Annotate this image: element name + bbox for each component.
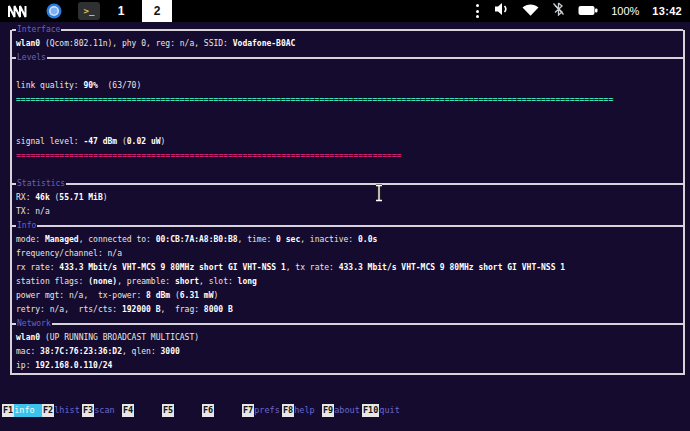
fkey-slot-f9[interactable]: F9about (322, 404, 362, 417)
retry-line: retry: n/a, rts/cts: 192000 B, frag: 800… (12, 303, 683, 317)
fkey-f4[interactable]: F4 (122, 404, 134, 417)
power-line: power mgt: n/a, tx-power: 8 dBm (6.31 mW… (12, 289, 683, 303)
fkey-f1[interactable]: F1 (2, 404, 14, 417)
fkey-label-info[interactable]: info (14, 404, 41, 417)
battery-icon (578, 2, 598, 20)
network-flags-line: wlan0 (UP RUNNING BROADCAST MULTICAST) (12, 331, 683, 345)
section-header-info: Info (12, 219, 683, 233)
fkey-label-prefs[interactable]: prefs (254, 404, 280, 417)
link-quality-bar: ========================================… (12, 93, 683, 107)
fkey-slot-f2[interactable]: F2lhist (42, 404, 82, 417)
bluetooth-off-icon (552, 2, 565, 20)
frequency-line: frequency/channel: n/a (12, 247, 683, 261)
fkey-label-scan[interactable]: scan (94, 404, 114, 417)
fkey-label-help[interactable]: help (294, 404, 314, 417)
ip-line: ip: 192.168.0.110/24 (12, 359, 683, 373)
wifi-icon (522, 2, 539, 20)
volume-icon (494, 2, 509, 20)
wavemon-info-panel: Interfacewlan0 (Qcom:802.11n), phy 0, re… (10, 30, 685, 375)
fkey-slot-f10[interactable]: F10quit (362, 404, 406, 417)
section-header-network: Network (12, 317, 683, 331)
fkey-f9[interactable]: F9 (322, 404, 334, 417)
overflow-menu-icon[interactable] (474, 4, 481, 18)
fkey-slot-f6[interactable]: F6 (202, 404, 242, 417)
text-cursor-pointer (374, 184, 384, 206)
fkey-label-lhist[interactable]: lhist (54, 404, 80, 417)
signal-level-bar: ========================================… (12, 149, 683, 163)
fkey-f10[interactable]: F10 (362, 404, 379, 417)
terminal-tab-2[interactable]: 2 (142, 0, 172, 22)
blank-line (12, 163, 683, 177)
link-quality-line: link quality: 90% (63/70) (12, 79, 683, 93)
battery-percent: 100% (611, 5, 639, 17)
section-header-levels: Levels (12, 51, 683, 65)
fkey-slot-f4[interactable]: F4 (122, 404, 162, 417)
rate-line: rx rate: 433.3 Mbit/s VHT-MCS 9 80MHz sh… (12, 261, 683, 275)
clock: 13:42 (652, 5, 682, 17)
terminal-rows: Interfacewlan0 (Qcom:802.11n), phy 0, re… (12, 23, 683, 373)
fkey-slot-f3[interactable]: F3scan (82, 404, 122, 417)
fkey-label-quit[interactable]: quit (379, 404, 399, 417)
fkey-label-about[interactable]: about (334, 404, 360, 417)
status-bar-left: >_ 1 2 (0, 0, 172, 22)
section-header-interface: Interface (12, 23, 683, 37)
signal-level-line: signal level: -47 dBm (0.02 uW) (12, 135, 683, 149)
station-flags-line: station flags: (none), preamble: short, … (12, 275, 683, 289)
blank-line (12, 121, 683, 135)
app-logo-icon (8, 4, 30, 18)
mac-line: mac: 38:7C:76:23:36:D2, qlen: 3000 (12, 345, 683, 359)
fkey-f7[interactable]: F7 (242, 404, 254, 417)
mode-line: mode: Managed, connected to: 00:CB:7A:A8… (12, 233, 683, 247)
fkey-f6[interactable]: F6 (202, 404, 214, 417)
fkey-slot-f1[interactable]: F1info (2, 404, 42, 417)
terminal-app-icon[interactable]: >_ (78, 2, 100, 20)
status-bar-right: 100% 13:42 (474, 0, 690, 22)
blank-line (12, 107, 683, 121)
fkey-f5[interactable]: F5 (162, 404, 174, 417)
status-bar: >_ 1 2 100% 13 (0, 0, 690, 22)
fkey-f3[interactable]: F3 (82, 404, 94, 417)
function-key-bar: F1infoF2lhistF3scanF4F5F6F7prefsF8helpF9… (2, 404, 406, 417)
fkey-f2[interactable]: F2 (42, 404, 54, 417)
blank-line (12, 65, 683, 79)
section-header-statistics: Statistics (12, 177, 683, 191)
rx-stats-line: RX: 46k (55.71 MiB) (12, 191, 683, 205)
fkey-slot-f7[interactable]: F7prefs (242, 404, 282, 417)
terminal-tab-1[interactable]: 1 (106, 0, 136, 22)
tx-stats-line: TX: n/a (12, 205, 683, 219)
fkey-slot-f5[interactable]: F5 (162, 404, 202, 417)
fkey-slot-f8[interactable]: F8help (282, 404, 322, 417)
fkey-f8[interactable]: F8 (282, 404, 294, 417)
browser-icon[interactable] (46, 3, 62, 19)
interface-line: wlan0 (Qcom:802.11n), phy 0, reg: n/a, S… (12, 37, 683, 51)
